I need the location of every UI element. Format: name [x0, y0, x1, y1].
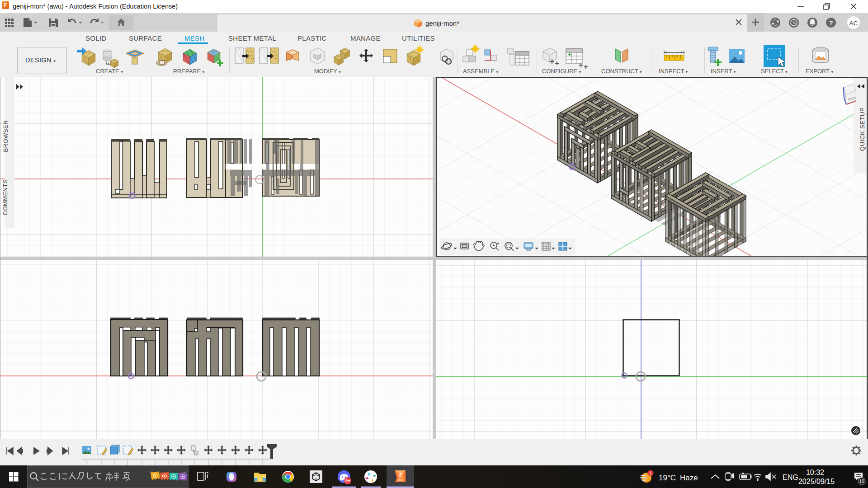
svg-text:9+: 9+: [345, 479, 350, 483]
svg-text:10:32: 10:32: [806, 469, 824, 476]
svg-text:FUS: FUS: [399, 479, 404, 482]
svg-text:Haze: Haze: [680, 474, 698, 482]
svg-text:?: ?: [829, 19, 833, 27]
svg-text:19°C: 19°C: [659, 474, 676, 482]
svg-text:ENG: ENG: [783, 474, 798, 481]
svg-text:1: 1: [649, 471, 651, 475]
svg-text:AC: AC: [849, 20, 858, 27]
svg-text:2025/09/15: 2025/09/15: [798, 478, 835, 485]
svg-text:10: 10: [859, 479, 864, 484]
svg-text:F: F: [399, 472, 403, 479]
